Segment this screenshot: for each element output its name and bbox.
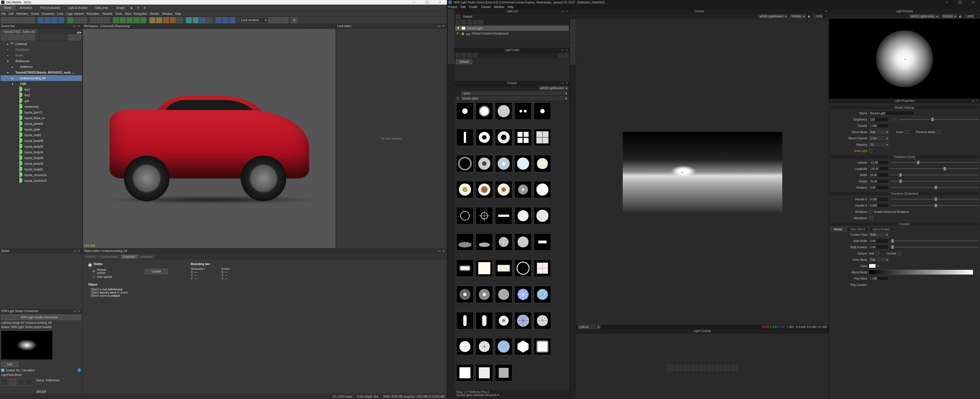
obj-tab-properties[interactable]: Properties [121, 254, 138, 259]
ramp-menu-icon[interactable] [975, 270, 979, 274]
invert-checkbox[interactable] [905, 130, 908, 134]
preset-thumb[interactable] [514, 155, 531, 172]
preset-thumb[interactable] [457, 260, 474, 277]
menu-help[interactable]: Help [175, 12, 181, 15]
global-close-icon[interactable]: × [76, 249, 81, 252]
menu-logic[interactable]: Logic network [66, 12, 84, 15]
tool-c2-icon[interactable] [192, 17, 199, 23]
color-picker-icon[interactable]: ▾ [877, 265, 879, 268]
tool-r1-icon[interactable] [268, 17, 275, 23]
preset-thumb[interactable] [495, 338, 512, 355]
prop-lat-input[interactable] [869, 160, 889, 165]
tool-y2-icon[interactable] [156, 17, 162, 23]
rmenu-canvas[interactable]: Canvas [481, 5, 490, 8]
tree-row[interactable]: ▾Ambiences [0, 58, 82, 64]
obj-close-icon[interactable]: × [441, 249, 446, 252]
lc-next-icon[interactable] [691, 365, 698, 371]
preset-thumb[interactable] [495, 129, 512, 146]
ribbon-tab-design[interactable]: Design [112, 5, 129, 11]
obj-undock-icon[interactable]: ▭ [437, 249, 441, 252]
alterations-button[interactable] [869, 216, 873, 220]
preset-thumb[interactable] [476, 233, 493, 251]
lk-t5-icon[interactable] [558, 53, 563, 57]
tool-redo-icon[interactable] [29, 17, 35, 23]
menu-file[interactable]: File [1, 12, 6, 15]
hdrls-maximize-button[interactable] [955, 0, 966, 5]
color-swatch[interactable] [869, 264, 876, 268]
arealight-checkbox[interactable] [869, 149, 872, 152]
menu-render[interactable]: Render [150, 12, 159, 15]
ll-t2-icon[interactable] [461, 20, 466, 24]
tree-row[interactable]: ▸Ambience [0, 64, 82, 70]
tree-row[interactable]: toyota_body05 [0, 144, 82, 149]
tree-row[interactable]: toyota_chrome13 [0, 178, 82, 184]
viewport-3d[interactable]: pse only [83, 29, 336, 249]
alpha-ramp[interactable] [869, 270, 973, 275]
preset-thumb[interactable] [514, 181, 531, 198]
preset-thumb[interactable] [534, 233, 551, 251]
preset-thumb[interactable] [476, 364, 493, 381]
bpos-slider[interactable] [891, 247, 979, 248]
lc-loop-icon[interactable] [707, 365, 714, 371]
prop-hv-input[interactable] [869, 203, 889, 208]
menu-look[interactable]: Look [57, 12, 64, 15]
tool-b1-icon[interactable] [215, 17, 222, 23]
preset-thumb[interactable] [514, 102, 531, 120]
lp-exposure-input[interactable] [964, 14, 978, 18]
preset-thumb[interactable] [476, 312, 493, 329]
light-list[interactable]: 💡 Round Light 👁 🔒 Default Gradient Backg… [455, 25, 570, 48]
rot-slider[interactable] [891, 187, 979, 188]
preset-thumb[interactable] [495, 286, 512, 303]
lat-slider[interactable] [891, 162, 979, 163]
look-undock-icon[interactable]: ▭ [437, 24, 441, 28]
preset-thumb[interactable] [495, 364, 512, 381]
ct-rotate-icon[interactable] [570, 25, 576, 30]
enable-adv-rot-checkbox[interactable] [869, 210, 872, 214]
ls-icon-5[interactable] [448, 37, 454, 43]
lk-t6-icon[interactable] [564, 53, 568, 57]
prop-opacity-input[interactable] [869, 123, 889, 128]
tool-snap-icon[interactable] [97, 17, 103, 23]
preset-thumb[interactable] [514, 338, 531, 355]
ll-t1-icon[interactable] [456, 20, 460, 24]
preset-thumb[interactable] [457, 181, 474, 198]
rmenu-window[interactable]: Window [494, 5, 504, 8]
ribbon-add-icon[interactable]: ✚ [135, 5, 141, 11]
tool-c1-icon[interactable] [186, 17, 192, 23]
scene-tab-right-icon[interactable]: ▶ [80, 31, 82, 34]
ct-pick-icon[interactable] [570, 42, 576, 47]
tree-row[interactable]: toyota_body04 [0, 149, 82, 155]
scene-tree-close-icon[interactable]: × [76, 24, 81, 28]
lp-exposure-icon[interactable]: ◐ [959, 15, 962, 18]
preset-thumb[interactable] [457, 102, 474, 120]
preset-thumb[interactable] [476, 155, 493, 172]
ct-more-icon[interactable] [570, 59, 576, 64]
ribbon-play-icon[interactable]: ▶ [129, 5, 134, 11]
preset-thumb[interactable] [457, 312, 474, 329]
preset-thumb[interactable] [457, 338, 474, 355]
lk-t4-icon[interactable] [473, 53, 477, 57]
lightprops-undock-icon[interactable]: ▭ [971, 99, 975, 103]
tool-stop-icon[interactable] [81, 17, 87, 23]
lightlist-undock-icon[interactable]: ▭ [560, 10, 564, 13]
lightprops-close-icon[interactable]: × [975, 99, 980, 103]
lc-snap-icon[interactable] [723, 365, 730, 371]
lightlooks-undock-icon[interactable]: ▭ [560, 48, 564, 52]
preset-thumb[interactable] [495, 207, 512, 224]
preset-thumb[interactable] [457, 233, 474, 251]
ls-icon-8[interactable] [448, 57, 454, 64]
preset-thumb[interactable] [534, 129, 551, 146]
hdrls-close-button[interactable] [967, 0, 979, 5]
lc-prev-icon[interactable] [675, 365, 682, 371]
exposure-slider-icon[interactable]: ◐ [808, 15, 810, 18]
preset-thumb[interactable] [534, 286, 551, 303]
preset-thumb[interactable] [457, 286, 474, 303]
tree-row[interactable]: ▸📷Camera3 [0, 41, 82, 47]
preset-thumb[interactable] [476, 102, 493, 120]
subtab-alphamult[interactable]: Alpha Multiply [869, 227, 894, 232]
preset-thumb[interactable] [514, 129, 531, 146]
eye-icon[interactable]: 👁 [457, 32, 459, 35]
preset-thumb[interactable] [534, 338, 551, 355]
look-close-icon[interactable]: × [441, 24, 446, 28]
scene-tool-1-icon[interactable] [1, 34, 7, 40]
